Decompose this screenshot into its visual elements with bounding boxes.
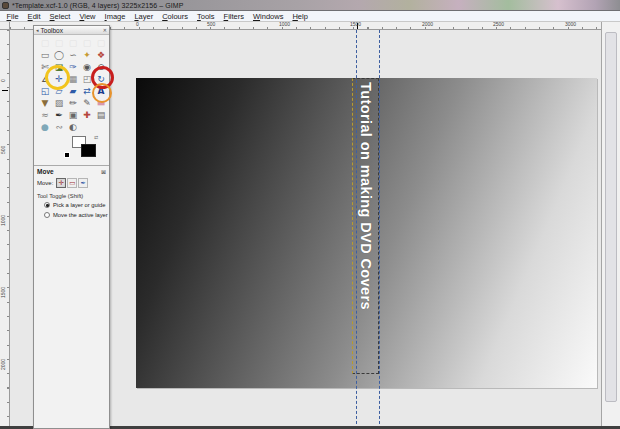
- tool-pencil[interactable]: ✏: [66, 97, 80, 109]
- menu-colours[interactable]: Colours: [158, 12, 193, 21]
- tool-ghost-5: ▢: [94, 37, 108, 49]
- hruler-label: 1500: [350, 22, 361, 27]
- tool-clone[interactable]: ▣: [66, 109, 80, 121]
- tool-perspective[interactable]: ▰: [66, 85, 80, 97]
- window-title: *Template.xcf-1.0 (RGB, 4 layers) 3225x2…: [12, 2, 184, 9]
- hruler-label: 500: [207, 22, 215, 27]
- menu-windows[interactable]: Windows: [248, 12, 287, 21]
- menu-edit[interactable]: Edit: [23, 12, 45, 21]
- scrollbar-thumb[interactable]: [605, 32, 617, 402]
- tool-heal[interactable]: ✚: [80, 109, 94, 121]
- move-target-path[interactable]: ✒: [78, 178, 88, 188]
- background-swatch[interactable]: [81, 144, 96, 157]
- gimp-app-icon: [2, 2, 9, 9]
- move-target-layer[interactable]: ✛: [56, 178, 66, 188]
- tool-ink[interactable]: ✒: [52, 109, 66, 121]
- radio-icon[interactable]: [44, 202, 50, 208]
- ruler-position-marker: [2, 90, 8, 91]
- menu-tools[interactable]: Tools: [193, 12, 220, 21]
- tool-blend[interactable]: ▨: [52, 97, 66, 109]
- toolbox-title-bar[interactable]: ◂ Toolbox ✕: [34, 26, 109, 35]
- move-target-selection[interactable]: ▭: [67, 178, 77, 188]
- title-bar[interactable]: *Template.xcf-1.0 (RGB, 4 layers) 3225x2…: [0, 0, 620, 11]
- yellow-circle-annotation: [45, 65, 70, 90]
- tool-smudge[interactable]: ∾: [52, 121, 66, 133]
- vruler-label: 2000: [1, 359, 6, 370]
- menu-select[interactable]: Select: [45, 12, 75, 21]
- tool-ghost-1: ▢: [38, 37, 52, 49]
- tool-ghost-3: ▢: [66, 37, 80, 49]
- tool-toggle-label: Tool Toggle (Shift): [34, 190, 109, 200]
- toolbox-title: Toolbox: [41, 27, 101, 34]
- tool-dodge-burn[interactable]: ◐: [66, 121, 80, 133]
- tool-ghost-2: ▢: [52, 37, 66, 49]
- vertical-scrollbar[interactable]: [601, 22, 620, 429]
- tool-select-by-color[interactable]: ❖: [94, 49, 108, 61]
- gimp-window: *Template.xcf-1.0 (RGB, 4 layers) 3225x2…: [0, 0, 620, 429]
- hruler-label: 2000: [422, 22, 433, 27]
- swap-colors-icon[interactable]: ⇄: [94, 134, 98, 140]
- radio-label: Move the active layer: [53, 212, 108, 218]
- tool-options-header: Move ⊠: [34, 166, 109, 176]
- move-target-row: Move: ✛▭✒: [34, 176, 109, 190]
- toolbox-close-icon[interactable]: ✕: [103, 27, 107, 33]
- menu-file[interactable]: File: [2, 12, 23, 21]
- menu-filters[interactable]: Filters: [219, 12, 248, 21]
- hruler-label: 3000: [565, 22, 576, 27]
- spine-text: Tutorial on making DVD Covers: [358, 82, 374, 374]
- tool-perspective-clone[interactable]: ▤: [94, 109, 108, 121]
- radio-move-active-layer[interactable]: Move the active layer: [34, 210, 109, 220]
- tool-free-select[interactable]: ∽: [66, 49, 80, 61]
- move-target-buttons: ✛▭✒: [56, 178, 89, 188]
- radio-pick-layer[interactable]: Pick a layer or guide: [34, 200, 109, 210]
- hruler-label: 1000: [279, 22, 290, 27]
- color-area: ⇄: [34, 133, 109, 165]
- spine-text-layer: Tutorial on making DVD Covers: [352, 82, 379, 374]
- tool-ellipse-select[interactable]: ◯: [52, 49, 66, 61]
- menu-bar: FileEditSelectViewImageLayerColoursTools…: [0, 11, 620, 22]
- tool-paintbrush[interactable]: ✎: [80, 97, 94, 109]
- ruler-corner-box: [0, 22, 10, 30]
- hruler-label: 0: [136, 22, 139, 27]
- tool-options-close-icon[interactable]: ⊠: [101, 168, 106, 175]
- tool-airbrush[interactable]: ≈: [38, 109, 52, 121]
- vertical-ruler[interactable]: 0500100015002000: [0, 22, 10, 429]
- toolbox-menu-icon[interactable]: ◂: [36, 27, 39, 33]
- vruler-label: 0: [1, 79, 6, 82]
- vruler-label: 1500: [1, 287, 6, 298]
- reset-colors-icon[interactable]: [65, 153, 69, 157]
- menu-help[interactable]: Help: [288, 12, 312, 21]
- tool-bucket-fill[interactable]: ▼: [38, 97, 52, 109]
- tool-fuzzy-select[interactable]: ✦: [80, 49, 94, 61]
- tool-options-panel: Move ⊠ Move: ✛▭✒ Tool Toggle (Shift) Pic…: [34, 165, 109, 220]
- guide-right[interactable]: [379, 30, 380, 429]
- tool-blur-sharpen[interactable]: ●: [38, 121, 52, 133]
- menu-image[interactable]: Image: [100, 12, 130, 21]
- vruler-label: 500: [1, 146, 6, 154]
- hruler-label: 2500: [493, 22, 504, 27]
- vruler-label: 1000: [1, 215, 6, 226]
- menu-layer[interactable]: Layer: [130, 12, 158, 21]
- orange-circle-annotation: [92, 83, 112, 103]
- move-target-label: Move:: [37, 180, 53, 186]
- tool-rect-select[interactable]: ▭: [38, 49, 52, 61]
- tool-ghost-4: ▢: [80, 37, 94, 49]
- tool-options-title: Move: [37, 168, 101, 175]
- radio-label: Pick a layer or guide: [53, 202, 106, 208]
- menu-view[interactable]: View: [75, 12, 100, 21]
- radio-icon[interactable]: [44, 212, 50, 218]
